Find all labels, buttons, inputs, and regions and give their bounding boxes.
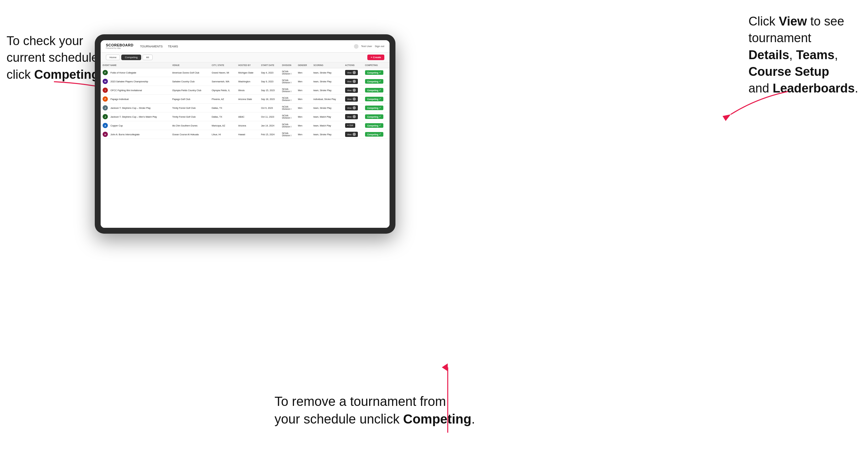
table-header-row: EVENT NAME VENUE CITY, STATE HOSTED BY S… — [101, 62, 390, 68]
view-button[interactable]: View i — [345, 114, 358, 119]
cell-scoring: team, Match Play — [311, 121, 343, 130]
view-button[interactable]: View i — [345, 105, 358, 111]
cell-scoring: individual, Stroke Play — [311, 95, 343, 103]
nav-tournaments[interactable]: TOURNAMENTS — [140, 44, 162, 49]
cell-city-state: Maricopa, AZ — [210, 121, 236, 130]
cell-venue: Ak-Chin Southern Dunes — [170, 121, 210, 130]
cell-scoring: team, Match Play — [311, 113, 343, 121]
cell-competing[interactable]: Competing — [363, 113, 390, 121]
nav-teams[interactable]: TEAMS — [168, 44, 178, 49]
cell-city-state: Phoenix, AZ — [210, 95, 236, 103]
cell-competing[interactable]: Competing — [363, 77, 390, 86]
cell-event-name: HJohn A. Burns Intercollegiate — [101, 130, 170, 139]
cell-division: NCAADivision I — [280, 77, 296, 86]
cell-start-date: Feb 15, 2024 — [259, 130, 280, 139]
cell-competing[interactable]: Competing — [363, 68, 390, 77]
info-icon: i — [352, 97, 356, 101]
cell-event-name: IOFCC Fighting Illini Invitational — [101, 86, 170, 95]
header-right: Test User Sign out — [354, 44, 384, 49]
cell-hosted-by: Arizona — [236, 121, 259, 130]
cell-hosted-by: Arizona State — [236, 95, 259, 103]
create-button[interactable]: + Create — [367, 55, 384, 60]
cell-division: NCAADivision I — [280, 86, 296, 95]
view-button[interactable]: View i — [345, 96, 358, 102]
competing-button[interactable]: Competing — [365, 105, 383, 110]
cell-gender: Men — [296, 121, 311, 130]
cell-actions[interactable]: View i — [343, 130, 363, 139]
cell-competing[interactable]: Competing — [363, 130, 390, 139]
cell-competing[interactable]: Competing — [363, 86, 390, 95]
tab-home[interactable]: Home — [106, 55, 120, 60]
cell-actions[interactable]: View i — [343, 113, 363, 121]
col-city-state: CITY, STATE — [210, 62, 236, 68]
cell-actions[interactable]: View i — [343, 77, 363, 86]
competing-button[interactable]: Competing — [365, 70, 383, 75]
cell-gender: Men — [296, 68, 311, 77]
view-button[interactable]: View i — [345, 132, 358, 137]
cell-gender: Men — [296, 95, 311, 103]
cell-division: NCAADivision I — [280, 113, 296, 121]
tab-all[interactable]: All — [143, 55, 153, 60]
tab-competing[interactable]: Competing — [121, 55, 141, 60]
tablet-device: SCOREBOARD Powered by clipp TOURNAMENTS … — [95, 34, 396, 234]
col-gender: GENDER — [296, 62, 311, 68]
cell-city-state: Olympia Fields, IL — [210, 86, 236, 95]
cell-event-name: W2023 Sahalee Players Championship — [101, 77, 170, 86]
cell-venue: Trinity Forest Golf Club — [170, 103, 210, 113]
competing-button[interactable]: Competing — [365, 123, 383, 128]
col-start-date: START DATE — [259, 62, 280, 68]
cell-competing[interactable]: Competing — [363, 121, 390, 130]
cell-start-date: Sep 9, 2023 — [259, 77, 280, 86]
cell-event-name: ACopper Cup — [101, 121, 170, 130]
cell-gender: Men — [296, 77, 311, 86]
cell-city-state: Sammamish, WA — [210, 77, 236, 86]
cell-competing[interactable]: Competing — [363, 103, 390, 113]
cell-hosted-by: ABAC — [236, 113, 259, 121]
competing-button[interactable]: Competing — [365, 97, 383, 101]
cell-actions[interactable]: View i — [343, 86, 363, 95]
cell-actions[interactable]: View i — [343, 95, 363, 103]
view-button[interactable]: View i — [345, 70, 358, 75]
info-icon: i — [352, 89, 356, 92]
username: Test User — [361, 45, 372, 48]
info-icon: i — [352, 80, 356, 83]
cell-event-name: JJackson T. Stephens Cup – Stroke Play — [101, 103, 170, 113]
competing-button[interactable]: Competing — [365, 132, 383, 136]
info-icon: i — [352, 106, 356, 110]
cell-hosted-by — [236, 103, 259, 113]
cell-actions[interactable]: View i — [343, 103, 363, 113]
competing-button[interactable]: Competing — [365, 79, 383, 84]
info-icon: i — [352, 71, 356, 74]
cell-division: NCAADivision I — [280, 130, 296, 139]
cell-actions[interactable]: View i — [343, 68, 363, 77]
cell-competing[interactable]: Competing — [363, 95, 390, 103]
cell-gender: Men — [296, 113, 311, 121]
edit-button[interactable]: ✏ Edit — [345, 123, 355, 128]
cell-scoring: team, Stroke Play — [311, 77, 343, 86]
cell-actions[interactable]: ✏ Edit — [343, 121, 363, 130]
col-competing: COMPETING — [363, 62, 390, 68]
tablet-screen: SCOREBOARD Powered by clipp TOURNAMENTS … — [101, 40, 390, 228]
cell-start-date: Sep 4, 2023 — [259, 68, 280, 77]
view-button[interactable]: View i — [345, 79, 358, 84]
cell-venue: Ocean Course At Hokuala — [170, 130, 210, 139]
cell-gender: Men — [296, 86, 311, 95]
cell-start-date: Sep 15, 2023 — [259, 86, 280, 95]
cell-gender: Men — [296, 103, 311, 113]
tournaments-table-container[interactable]: EVENT NAME VENUE CITY, STATE HOSTED BY S… — [101, 62, 390, 228]
cell-gender: Men — [296, 130, 311, 139]
cell-city-state: Lihue, HI — [210, 130, 236, 139]
cell-hosted-by: Illinois — [236, 86, 259, 95]
col-actions: ACTIONS — [343, 62, 363, 68]
sign-out-link[interactable]: Sign out — [375, 45, 384, 48]
competing-button[interactable]: Competing — [365, 88, 383, 92]
table-row: IOFCC Fighting Illini InvitationalOlympi… — [101, 86, 390, 95]
col-division: DIVISION — [280, 62, 296, 68]
annotation-top-left: To check your current schedule, click Co… — [6, 33, 102, 83]
col-scoring: SCORING — [311, 62, 343, 68]
view-button[interactable]: View i — [345, 88, 358, 93]
cell-event-name: PPapago Individual — [101, 95, 170, 103]
cell-start-date: Sep 18, 2023 — [259, 95, 280, 103]
competing-button[interactable]: Competing — [365, 114, 383, 119]
cell-hosted-by: Hawaii — [236, 130, 259, 139]
